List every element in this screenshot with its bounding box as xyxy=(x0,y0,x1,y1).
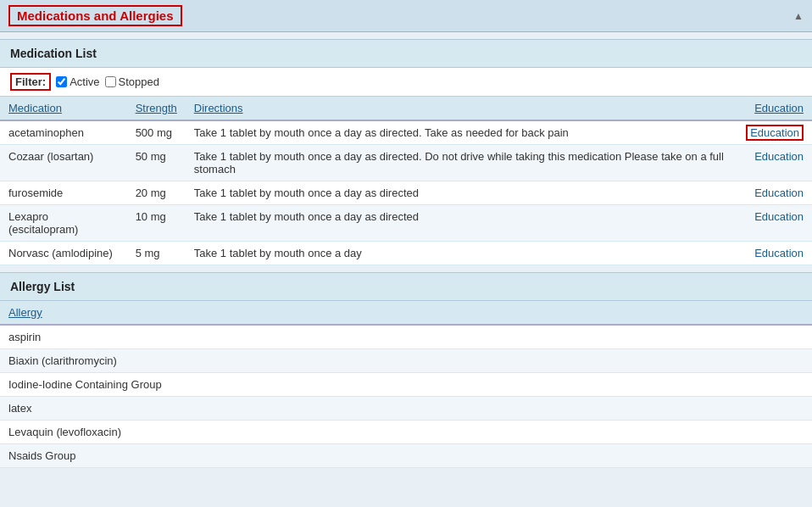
medication-name: Norvasc (amlodipine) xyxy=(0,242,127,265)
medication-directions: Take 1 tablet by mouth once a day as dir… xyxy=(186,120,737,145)
collapse-icon[interactable]: ▲ xyxy=(793,10,804,22)
allergy-name: aspirin xyxy=(0,325,812,349)
medication-name: acetaminophen xyxy=(0,120,127,145)
allergy-table-header-row: Allergy xyxy=(0,301,812,325)
medication-strength: 20 mg xyxy=(127,181,186,205)
allergy-name: Nsaids Group xyxy=(0,444,812,468)
allergy-row: aspirin xyxy=(0,325,812,349)
filter-stopped[interactable]: Stopped xyxy=(105,75,159,88)
medication-strength: 10 mg xyxy=(127,205,186,242)
medication-row: Cozaar (losartan)50 mgTake 1 tablet by m… xyxy=(0,145,812,181)
page-title: Medications and Allergies xyxy=(8,5,182,26)
filter-label: Filter: xyxy=(10,73,51,91)
filter-active-checkbox[interactable] xyxy=(56,76,67,87)
medication-name: Lexapro (escitalopram) xyxy=(0,205,127,242)
page-header: Medications and Allergies ▲ xyxy=(0,0,812,32)
medication-education-cell: Education xyxy=(737,120,812,145)
allergy-name: Iodine-Iodine Containing Group xyxy=(0,373,812,397)
medication-name: Cozaar (losartan) xyxy=(0,145,127,181)
allergy-name: Levaquin (levofloxacin) xyxy=(0,421,812,444)
col-header-directions[interactable]: Directions xyxy=(186,97,737,120)
medication-directions: Take 1 tablet by mouth once a day xyxy=(186,242,737,265)
col-header-education[interactable]: Education xyxy=(737,97,812,120)
medication-strength: 500 mg xyxy=(127,120,186,145)
allergy-row: latex xyxy=(0,397,812,421)
medication-directions: Take 1 tablet by mouth once a day as dir… xyxy=(186,145,737,181)
section-gap-allergy xyxy=(0,265,812,272)
page-wrapper: Medications and Allergies ▲ Medication L… xyxy=(0,0,812,507)
medication-row: Lexapro (escitalopram)10 mgTake 1 tablet… xyxy=(0,205,812,242)
education-link[interactable]: Education xyxy=(746,125,804,141)
medication-education-cell: Education xyxy=(737,242,812,265)
allergy-row: Levaquin (levofloxacin) xyxy=(0,421,812,444)
medication-row: acetaminophen500 mgTake 1 tablet by mout… xyxy=(0,120,812,145)
education-link[interactable]: Education xyxy=(754,150,804,163)
allergy-name: latex xyxy=(0,397,812,421)
education-link[interactable]: Education xyxy=(754,187,804,199)
medication-table-header-row: Medication Strength Directions Education xyxy=(0,97,812,120)
allergy-row: Iodine-Iodine Containing Group xyxy=(0,373,812,397)
filter-stopped-label: Stopped xyxy=(119,75,159,88)
section-gap-top xyxy=(0,32,812,39)
medication-directions: Take 1 tablet by mouth once a day as dir… xyxy=(186,205,737,242)
allergy-row: Nsaids Group xyxy=(0,444,812,468)
filter-active[interactable]: Active xyxy=(56,75,99,88)
medication-directions: Take 1 tablet by mouth once a day as dir… xyxy=(186,181,737,205)
medication-row: Norvasc (amlodipine)5 mgTake 1 tablet by… xyxy=(0,242,812,265)
medication-strength: 50 mg xyxy=(127,145,186,181)
education-link[interactable]: Education xyxy=(754,210,804,223)
filter-stopped-checkbox[interactable] xyxy=(105,76,116,87)
col-header-allergy[interactable]: Allergy xyxy=(0,301,812,325)
medication-education-cell: Education xyxy=(737,181,812,205)
allergy-table: Allergy aspirinBiaxin (clarithromycin)Io… xyxy=(0,301,812,468)
medication-name: furosemide xyxy=(0,181,127,205)
medication-education-cell: Education xyxy=(737,145,812,181)
medication-row: furosemide20 mgTake 1 tablet by mouth on… xyxy=(0,181,812,205)
medication-table: Medication Strength Directions Education… xyxy=(0,97,812,265)
col-header-strength[interactable]: Strength xyxy=(127,97,186,120)
medication-education-cell: Education xyxy=(737,205,812,242)
education-link[interactable]: Education xyxy=(754,247,804,259)
allergy-name: Biaxin (clarithromycin) xyxy=(0,349,812,373)
filter-row: Filter: Active Stopped xyxy=(0,68,812,97)
col-header-medication[interactable]: Medication xyxy=(0,97,127,120)
medication-section-header: Medication List xyxy=(0,39,812,68)
medication-strength: 5 mg xyxy=(127,242,186,265)
allergy-section-header: Allergy List xyxy=(0,272,812,301)
filter-active-label: Active xyxy=(70,75,99,88)
allergy-row: Biaxin (clarithromycin) xyxy=(0,349,812,373)
